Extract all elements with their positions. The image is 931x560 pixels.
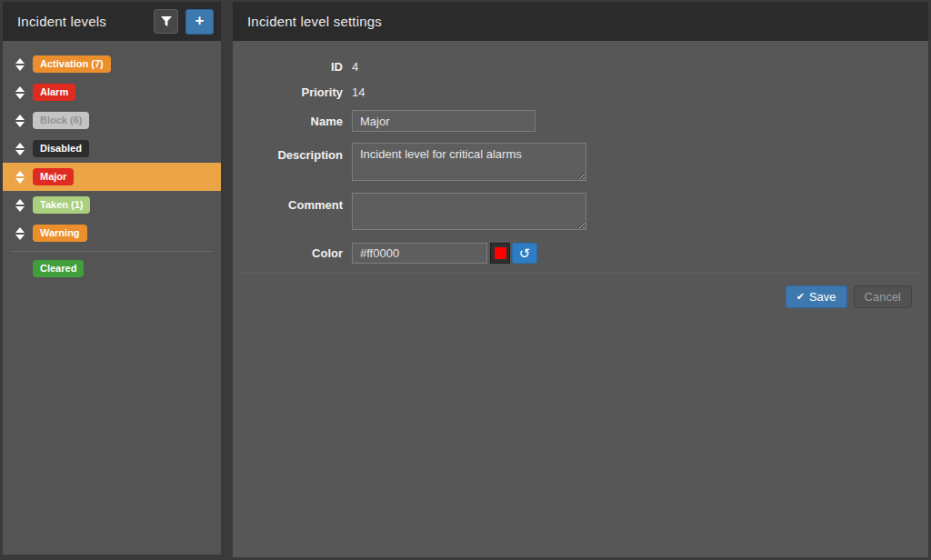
incident-level-list: Activation (7) Alarm Block (6) Disabled … bbox=[3, 41, 221, 283]
description-label: Description bbox=[233, 143, 343, 162]
sidebar-item-disabled[interactable]: Disabled bbox=[3, 135, 221, 163]
color-swatch bbox=[495, 247, 506, 259]
incident-level-settings-panel: Incident level settings ID 4 Priority 14… bbox=[233, 2, 928, 557]
sidebar-item-warning[interactable]: Warning bbox=[3, 219, 221, 247]
description-textarea[interactable] bbox=[352, 143, 586, 181]
incident-level-form: ID 4 Priority 14 Name Description bbox=[233, 41, 928, 308]
sidebar-item-taken[interactable]: Taken (1) bbox=[3, 191, 221, 219]
main-header: Incident level settings bbox=[233, 2, 928, 41]
undo-icon: ↺ bbox=[519, 246, 531, 260]
priority-label: Priority bbox=[233, 85, 343, 99]
reorder-handle-icon[interactable] bbox=[15, 227, 25, 240]
color-label: Color bbox=[233, 246, 343, 260]
level-badge: Taken (1) bbox=[33, 196, 90, 214]
level-badge: Major bbox=[33, 168, 74, 185]
save-button[interactable]: ✔ Save bbox=[786, 285, 847, 308]
level-badge: Alarm bbox=[33, 84, 75, 101]
name-label: Name bbox=[233, 115, 343, 128]
main-title: Incident level settings bbox=[247, 14, 382, 29]
sidebar-item-block[interactable]: Block (6) bbox=[3, 106, 221, 135]
form-actions: ✔ Save Cancel bbox=[233, 274, 928, 308]
filter-button[interactable] bbox=[154, 9, 178, 34]
id-label: ID bbox=[233, 60, 343, 74]
incident-levels-panel: Incident levels + Activation (7) Alarm bbox=[3, 2, 221, 555]
reorder-handle-icon[interactable] bbox=[15, 143, 25, 155]
level-badge: Warning bbox=[33, 225, 87, 242]
list-divider bbox=[12, 251, 214, 252]
cancel-button[interactable]: Cancel bbox=[854, 285, 912, 308]
save-button-label: Save bbox=[809, 290, 836, 304]
check-icon: ✔ bbox=[796, 291, 805, 303]
reorder-handle-icon[interactable] bbox=[15, 86, 25, 99]
reorder-handle-icon[interactable] bbox=[15, 115, 25, 127]
sidebar-header: Incident levels + bbox=[3, 2, 221, 41]
level-badge: Block (6) bbox=[33, 112, 89, 129]
color-picker-button[interactable] bbox=[490, 243, 510, 264]
sidebar-item-alarm[interactable]: Alarm bbox=[3, 78, 221, 106]
priority-value: 14 bbox=[352, 85, 365, 99]
color-input[interactable] bbox=[352, 243, 487, 264]
comment-label: Comment bbox=[233, 193, 343, 212]
sidebar-item-cleared[interactable]: Cleared bbox=[3, 255, 221, 283]
reorder-handle-icon[interactable] bbox=[15, 171, 25, 184]
cleared-badge: Cleared bbox=[33, 260, 84, 277]
add-level-button[interactable]: + bbox=[185, 9, 214, 35]
plus-icon: + bbox=[195, 13, 205, 28]
color-reset-button[interactable]: ↺ bbox=[512, 243, 537, 264]
cancel-button-label: Cancel bbox=[865, 290, 901, 304]
comment-textarea[interactable] bbox=[352, 193, 586, 230]
sidebar-title: Incident levels bbox=[17, 14, 106, 29]
level-badge: Disabled bbox=[33, 140, 89, 157]
sidebar-item-activation[interactable]: Activation (7) bbox=[3, 50, 221, 78]
id-value: 4 bbox=[352, 60, 358, 74]
level-badge: Activation (7) bbox=[33, 55, 111, 73]
reorder-handle-icon[interactable] bbox=[15, 58, 25, 71]
funnel-icon bbox=[161, 16, 172, 27]
reorder-handle-icon[interactable] bbox=[15, 199, 25, 212]
app-window: Incident levels + Activation (7) Alarm bbox=[0, 0, 931, 560]
sidebar-item-major[interactable]: Major bbox=[3, 163, 221, 191]
name-input[interactable] bbox=[352, 110, 536, 132]
